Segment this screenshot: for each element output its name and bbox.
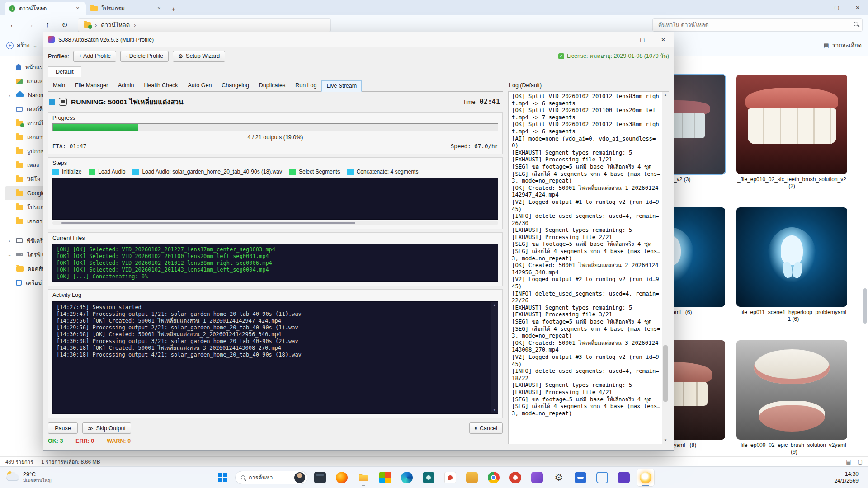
chevron-right-icon[interactable]: › [7,93,12,98]
close-icon[interactable]: ✕ [74,6,81,11]
taskbar-app-chrome[interactable] [485,469,503,487]
cancel-button[interactable]: ■Cancel [469,422,503,434]
taskbar-app-file-explorer[interactable] [354,469,373,487]
weather-widget[interactable]: 29°C มีเมฆส่วนใหญ่ [0,472,58,483]
temperature: 29°C [23,472,52,478]
scroll-up-icon[interactable]: ▲ [662,93,669,97]
license-icon: ✓ [558,53,564,59]
explorer-search [652,18,863,32]
tab-duplicates[interactable]: Duplicates [254,80,290,91]
tab-health-check[interactable]: Health Check [139,80,183,91]
explorer-scrollbar[interactable] [863,61,867,453]
forward-icon[interactable]: → [23,18,38,32]
skip-output-button[interactable]: ≫Skip Output [82,422,131,434]
new-tab-button[interactable]: + [167,2,180,15]
scrollbar-thumb[interactable] [61,222,356,224]
tab-label: โปรแกรม [101,4,125,13]
clock-date: 24/1/2569 [835,478,859,484]
search-label: การค้นหา [249,473,273,482]
image-shape [759,401,825,432]
tab-changelog[interactable]: Changelog [217,80,254,91]
explorer-tab-programs[interactable]: โปรแกรม ✕ [86,2,167,15]
close-icon[interactable]: ✕ [156,6,163,11]
log-scrollbar[interactable]: ▲ ▼ [662,92,669,444]
tab-live-stream[interactable]: Live Stream [321,80,362,92]
delete-profile-button[interactable]: - Delete Profile [120,51,169,62]
file-thumbnail[interactable]: _file_ep010_02_six_teeth_brush_solution_… [736,75,847,190]
breadcrumb[interactable]: › ดาวน์โหลด › [78,18,331,32]
show-desktop-button[interactable] [866,467,868,488]
taskbar-clock[interactable]: 14:30 24/1/2569 [835,471,866,484]
network-icon [16,280,22,286]
minimize-button[interactable]: — [611,32,632,47]
taskbar-app-edge[interactable] [398,469,416,487]
weather-description: มีเมฆส่วนใหญ่ [23,478,52,483]
chevron-right-icon[interactable]: › [7,238,12,244]
thumbnail-image [736,75,847,174]
chevron-down-icon[interactable]: ⌄ [7,252,12,258]
taskbar-app-blue[interactable] [571,469,590,487]
taskbar-app-firefox[interactable] [333,469,351,487]
red-circle-app-icon [509,472,521,483]
scroll-up-icon[interactable]: ▲ [493,303,496,307]
settings-gear-icon: ⚙ [553,472,565,483]
file-thumbnail[interactable]: _file_ep009_02_epic_brush_solution_v2yam… [736,340,847,455]
profile-tab-default[interactable]: Default [48,66,81,77]
window-controls: — ▢ ✕ [611,32,674,47]
start-button[interactable] [213,469,231,487]
tab-main[interactable]: Main [48,80,70,91]
back-icon[interactable]: ← [5,18,21,32]
tab-file-manager[interactable]: File Manager [70,80,113,91]
pause-button[interactable]: Pause [48,422,78,434]
taskbar-app-autobatch[interactable] [637,469,655,487]
new-button[interactable]: + สร้าง ⌄ [6,41,38,50]
taskbar-app-violet[interactable] [615,469,633,487]
scroll-down-icon[interactable]: ▼ [493,408,496,412]
step-color-swatch [289,169,296,175]
taskbar-app-teal[interactable] [420,469,438,487]
taskbar-app-frame[interactable] [593,469,611,487]
step-label: Load Audio [98,169,125,175]
view-switchers: ▤ ▢ [846,459,863,465]
maximize-button[interactable]: ▢ [826,0,847,15]
taskbar-app-microsoft-365[interactable] [376,469,394,487]
refresh-icon[interactable]: ↻ [57,18,72,32]
up-icon[interactable]: ↑ [40,18,55,32]
details-toggle[interactable]: ▤ รายละเอียด [824,41,862,50]
tab-admin[interactable]: Admin [113,80,139,91]
taskbar-app-gold[interactable] [463,469,481,487]
chevron-right-icon: › [95,22,97,28]
steps-horizontal-scrollbar[interactable] [52,221,498,225]
list-view-icon[interactable]: ▤ [846,459,851,465]
tab-auto-gen[interactable]: Auto Gen [183,80,217,91]
taskbar-app-dark-console[interactable] [311,469,329,487]
gold-app-icon [466,472,478,483]
scroll-down-icon[interactable]: ▼ [662,438,669,442]
maximize-button[interactable]: ▢ [632,32,653,47]
app-title-bar[interactable]: SJ88 AutoBatch v26.5.3 (Multi-Profile) —… [43,32,674,47]
search-icon [854,22,858,26]
taskbar-app-acrobat[interactable] [441,469,459,487]
taskbar-app-red-circle[interactable] [506,469,524,487]
scrollbar-thumb[interactable] [663,345,668,402]
chevron-down-icon: ⌄ [33,42,38,49]
scrollbar-thumb[interactable] [863,288,867,324]
explorer-tab-downloads[interactable]: ↓ ดาวน์โหลด ✕ [5,2,86,15]
minimize-button[interactable]: — [806,0,826,15]
breadcrumb-location[interactable]: ดาวน์โหลด [101,20,130,30]
setup-wizard-button[interactable]: ⚙Setup Wizard [173,51,225,62]
add-profile-button[interactable]: + Add Profile [73,51,116,62]
tab-run-log[interactable]: Run Log [290,80,321,91]
search-input[interactable] [652,18,863,32]
taskbar-app-purple[interactable] [528,469,546,487]
folder-icon [16,219,23,224]
taskbar-search[interactable]: การค้นหา [235,471,307,484]
activity-log-scrollbar[interactable]: ▲ ▼ [491,302,498,413]
edge-icon [401,472,413,483]
image-shape [754,349,830,384]
file-thumbnail[interactable]: _file_ep011_scene1_hyperloop_problemyaml… [736,207,847,323]
close-button[interactable]: ✕ [653,32,674,47]
close-button[interactable]: ✕ [847,0,868,15]
taskbar-app-settings[interactable]: ⚙ [550,469,568,487]
grid-view-icon[interactable]: ▢ [858,459,863,465]
